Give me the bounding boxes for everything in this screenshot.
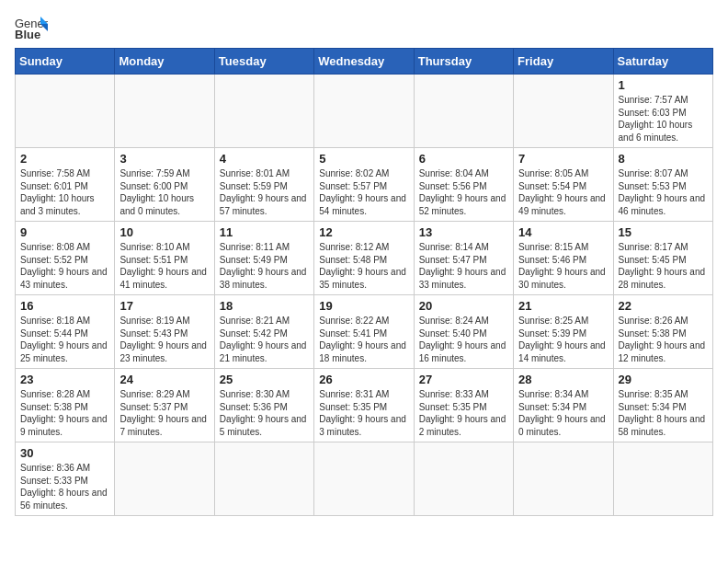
calendar-cell [613, 442, 712, 516]
calendar-cell [314, 442, 414, 516]
calendar-cell: 29Sunrise: 8:35 AM Sunset: 5:34 PM Dayli… [613, 369, 712, 442]
day-number: 11 [220, 225, 309, 239]
day-number: 26 [319, 373, 408, 386]
logo-icon: General Blue [15, 15, 48, 40]
day-info: Sunrise: 8:14 AM Sunset: 5:47 PM Dayligh… [419, 241, 508, 291]
day-number: 9 [20, 225, 109, 239]
calendar-cell: 13Sunrise: 8:14 AM Sunset: 5:47 PM Dayli… [414, 222, 513, 295]
day-info: Sunrise: 7:59 AM Sunset: 6:00 PM Dayligh… [119, 167, 209, 217]
calendar-cell [314, 75, 414, 148]
day-info: Sunrise: 8:21 AM Sunset: 5:42 PM Dayligh… [220, 315, 309, 364]
day-number: 24 [119, 373, 209, 386]
day-of-week-header: Saturday [613, 49, 712, 75]
day-info: Sunrise: 8:07 AM Sunset: 5:53 PM Dayligh… [619, 167, 708, 217]
day-info: Sunrise: 7:58 AM Sunset: 6:01 PM Dayligh… [20, 167, 109, 217]
day-info: Sunrise: 8:30 AM Sunset: 5:36 PM Dayligh… [220, 388, 309, 438]
calendar-cell: 11Sunrise: 8:11 AM Sunset: 5:49 PM Dayli… [214, 222, 313, 295]
day-info: Sunrise: 8:11 AM Sunset: 5:49 PM Dayligh… [220, 241, 309, 291]
day-number: 2 [20, 152, 109, 166]
day-of-week-header: Friday [514, 49, 613, 75]
calendar-cell [514, 75, 613, 148]
calendar-cell [514, 442, 613, 516]
calendar-cell: 23Sunrise: 8:28 AM Sunset: 5:38 PM Dayli… [16, 369, 115, 442]
calendar-week-row: 2Sunrise: 7:58 AM Sunset: 6:01 PM Daylig… [16, 148, 713, 222]
calendar-cell: 6Sunrise: 8:04 AM Sunset: 5:56 PM Daylig… [414, 148, 513, 222]
calendar-cell: 7Sunrise: 8:05 AM Sunset: 5:54 PM Daylig… [514, 148, 613, 222]
calendar-cell: 17Sunrise: 8:19 AM Sunset: 5:43 PM Dayli… [115, 295, 214, 369]
logo: General Blue [15, 15, 51, 40]
day-info: Sunrise: 8:29 AM Sunset: 5:37 PM Dayligh… [119, 388, 209, 438]
calendar-cell: 19Sunrise: 8:22 AM Sunset: 5:41 PM Dayli… [314, 295, 414, 369]
day-info: Sunrise: 8:36 AM Sunset: 5:33 PM Dayligh… [20, 462, 109, 511]
calendar-cell [115, 442, 214, 516]
day-info: Sunrise: 8:34 AM Sunset: 5:34 PM Dayligh… [518, 388, 608, 438]
calendar-cell: 4Sunrise: 8:01 AM Sunset: 5:59 PM Daylig… [214, 148, 313, 222]
calendar-cell: 15Sunrise: 8:17 AM Sunset: 5:45 PM Dayli… [613, 222, 712, 295]
calendar-cell: 24Sunrise: 8:29 AM Sunset: 5:37 PM Dayli… [115, 369, 214, 442]
svg-text:Blue: Blue [15, 28, 40, 40]
day-number: 22 [619, 299, 708, 313]
day-info: Sunrise: 8:01 AM Sunset: 5:59 PM Dayligh… [220, 167, 309, 217]
calendar-cell: 26Sunrise: 8:31 AM Sunset: 5:35 PM Dayli… [314, 369, 414, 442]
day-info: Sunrise: 8:28 AM Sunset: 5:38 PM Dayligh… [20, 388, 109, 438]
day-of-week-header: Sunday [16, 49, 115, 75]
day-number: 20 [419, 299, 508, 313]
day-info: Sunrise: 8:12 AM Sunset: 5:48 PM Dayligh… [319, 241, 408, 291]
day-number: 17 [119, 299, 209, 313]
day-number: 4 [220, 152, 309, 166]
calendar-cell: 20Sunrise: 8:24 AM Sunset: 5:40 PM Dayli… [414, 295, 513, 369]
calendar-cell: 18Sunrise: 8:21 AM Sunset: 5:42 PM Dayli… [214, 295, 313, 369]
calendar-cell: 21Sunrise: 8:25 AM Sunset: 5:39 PM Dayli… [514, 295, 613, 369]
day-number: 27 [419, 373, 508, 386]
day-number: 18 [220, 299, 309, 313]
calendar-week-row: 23Sunrise: 8:28 AM Sunset: 5:38 PM Dayli… [16, 369, 713, 442]
calendar-cell: 25Sunrise: 8:30 AM Sunset: 5:36 PM Dayli… [214, 369, 313, 442]
day-number: 13 [419, 225, 508, 239]
day-number: 5 [319, 152, 408, 166]
day-info: Sunrise: 8:02 AM Sunset: 5:57 PM Dayligh… [319, 167, 408, 217]
calendar-cell [414, 442, 513, 516]
calendar-cell [414, 75, 513, 148]
day-number: 12 [319, 225, 408, 239]
day-info: Sunrise: 8:31 AM Sunset: 5:35 PM Dayligh… [319, 388, 408, 438]
day-number: 6 [419, 152, 508, 166]
day-info: Sunrise: 8:18 AM Sunset: 5:44 PM Dayligh… [20, 315, 109, 364]
day-info: Sunrise: 8:08 AM Sunset: 5:52 PM Dayligh… [20, 241, 109, 291]
calendar-header-row: SundayMondayTuesdayWednesdayThursdayFrid… [16, 49, 713, 75]
day-info: Sunrise: 7:57 AM Sunset: 6:03 PM Dayligh… [619, 94, 708, 144]
day-number: 3 [119, 152, 209, 166]
calendar-cell: 30Sunrise: 8:36 AM Sunset: 5:33 PM Dayli… [16, 442, 115, 516]
day-number: 23 [20, 373, 109, 386]
day-info: Sunrise: 8:22 AM Sunset: 5:41 PM Dayligh… [319, 315, 408, 364]
day-number: 15 [619, 225, 708, 239]
day-number: 14 [518, 225, 608, 239]
day-of-week-header: Tuesday [214, 49, 313, 75]
calendar-cell: 9Sunrise: 8:08 AM Sunset: 5:52 PM Daylig… [16, 222, 115, 295]
day-number: 29 [619, 373, 708, 386]
calendar-cell [214, 75, 313, 148]
day-number: 30 [20, 446, 109, 460]
day-number: 7 [518, 152, 608, 166]
day-of-week-header: Wednesday [314, 49, 414, 75]
calendar-cell: 27Sunrise: 8:33 AM Sunset: 5:35 PM Dayli… [414, 369, 513, 442]
day-number: 10 [119, 225, 209, 239]
day-number: 1 [619, 78, 708, 92]
day-info: Sunrise: 8:35 AM Sunset: 5:34 PM Dayligh… [619, 388, 708, 438]
calendar-table: SundayMondayTuesdayWednesdayThursdayFrid… [15, 48, 713, 516]
day-info: Sunrise: 8:19 AM Sunset: 5:43 PM Dayligh… [119, 315, 209, 364]
page-header: General Blue [15, 15, 713, 40]
day-of-week-header: Monday [115, 49, 214, 75]
calendar-cell: 10Sunrise: 8:10 AM Sunset: 5:51 PM Dayli… [115, 222, 214, 295]
calendar-week-row: 30Sunrise: 8:36 AM Sunset: 5:33 PM Dayli… [16, 442, 713, 516]
day-number: 25 [220, 373, 309, 386]
calendar-week-row: 1Sunrise: 7:57 AM Sunset: 6:03 PM Daylig… [16, 75, 713, 148]
calendar-cell [115, 75, 214, 148]
calendar-cell: 22Sunrise: 8:26 AM Sunset: 5:38 PM Dayli… [613, 295, 712, 369]
day-number: 28 [518, 373, 608, 386]
calendar-cell: 14Sunrise: 8:15 AM Sunset: 5:46 PM Dayli… [514, 222, 613, 295]
calendar-cell: 12Sunrise: 8:12 AM Sunset: 5:48 PM Dayli… [314, 222, 414, 295]
calendar-cell [16, 75, 115, 148]
calendar-cell: 16Sunrise: 8:18 AM Sunset: 5:44 PM Dayli… [16, 295, 115, 369]
calendar-cell: 3Sunrise: 7:59 AM Sunset: 6:00 PM Daylig… [115, 148, 214, 222]
day-number: 8 [619, 152, 708, 166]
